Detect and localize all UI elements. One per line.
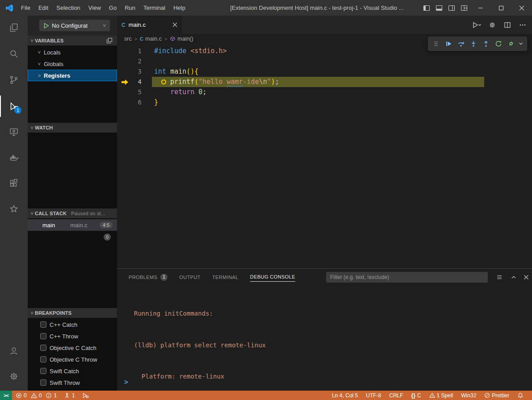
breakpoint-cpp-throw[interactable]: C++ Throw (28, 330, 117, 342)
menu-view[interactable]: View (84, 0, 105, 16)
docker-icon[interactable] (0, 147, 28, 168)
tab-label: DEBUG CONSOLE (250, 274, 295, 279)
explorer-icon[interactable] (0, 17, 28, 38)
menu-help[interactable]: Help (169, 0, 189, 16)
menu-run[interactable]: Run (121, 0, 139, 16)
breakpoint-cpp-catch[interactable]: C++ Catch (28, 319, 117, 330)
variables-item-globals[interactable]: Globals (28, 58, 117, 70)
platform-status[interactable]: Win32 (457, 391, 480, 400)
cursor-position-status[interactable]: Ln 4, Col 5 (328, 391, 362, 400)
toggle-secondary-sidebar-icon[interactable] (445, 0, 458, 16)
watch-body (28, 133, 117, 208)
breakpoint-swift-catch[interactable]: Swift Catch (28, 365, 117, 377)
code-line-4-current: 4 printf("hello wamr-ide\n"); (117, 77, 532, 87)
checkbox[interactable] (40, 321, 46, 328)
token: "hello (198, 78, 226, 86)
toggle-panel-icon[interactable] (433, 0, 445, 16)
eol-status[interactable]: CRLF (385, 391, 407, 400)
tab-terminal[interactable]: TERMINAL (212, 273, 239, 282)
problems-status[interactable]: 0 0 1 (12, 391, 60, 400)
token: " (267, 78, 271, 86)
split-editor-icon[interactable] (502, 19, 513, 31)
menu-go[interactable]: Go (105, 0, 121, 16)
token: ) (271, 78, 275, 86)
breadcrumb-file[interactable]: main.c (145, 36, 162, 42)
breadcrumb-src[interactable]: src (124, 36, 132, 42)
token: -ide (243, 78, 259, 86)
tab-main-c[interactable]: C main.c (117, 16, 182, 34)
close-panel-icon[interactable] (521, 272, 531, 282)
debug-console-output[interactable]: Running initCommands: (lldb) platform se… (134, 288, 525, 400)
spell-label: 1 Spell (437, 392, 453, 399)
call-stack-section-header[interactable]: CALL STACK Paused on st... (28, 208, 117, 218)
menu-bar: File Edit Selection View Go Run Terminal… (17, 0, 189, 16)
maximize-panel-icon[interactable] (509, 272, 519, 282)
variables-item-registers[interactable]: Registers (28, 70, 117, 81)
panel-menu-icon[interactable] (494, 272, 504, 282)
run-file-dropdown-icon[interactable] (471, 19, 483, 31)
checkbox[interactable] (40, 333, 46, 339)
star-extension-icon[interactable] (0, 198, 28, 220)
chevron-down-icon (29, 125, 35, 130)
checkbox[interactable] (40, 356, 46, 362)
toggle-sidebar-icon[interactable] (420, 0, 433, 16)
breakpoint-objc-throw[interactable]: Objective C Throw (28, 354, 117, 365)
problems-count-badge: 1 (160, 274, 168, 281)
breakpoint-objc-catch[interactable]: Objective C Catch (28, 342, 117, 354)
variables-panes-icon[interactable] (106, 38, 113, 44)
chevron-right-icon (37, 73, 42, 78)
menu-file[interactable]: File (17, 0, 34, 16)
customize-layout-icon[interactable] (458, 0, 470, 16)
code-editor[interactable]: 1 #include <stdio.h> 2 3 int main(){ 4 p… (117, 44, 532, 268)
line-number: 1 (117, 46, 142, 56)
remote-indicator[interactable]: >< (0, 391, 12, 400)
notifications-bell-icon[interactable] (513, 391, 528, 400)
debug-configuration-dropdown[interactable]: No Configurat (39, 20, 110, 31)
editor-settings-gear-icon[interactable] (486, 19, 498, 31)
search-icon[interactable] (0, 43, 28, 65)
stack-frame-position-badge: 4:5 (100, 222, 113, 228)
checkbox[interactable] (40, 379, 46, 386)
forwarded-ports-status[interactable]: 1 (60, 391, 79, 400)
menu-selection[interactable]: Selection (52, 0, 84, 16)
accounts-icon[interactable] (0, 340, 28, 362)
tab-output[interactable]: OUTPUT (179, 273, 201, 282)
spell-checker-status[interactable]: 1 Spell (425, 391, 457, 400)
breakpoint-swift-throw[interactable]: Swift Throw (28, 377, 117, 388)
debug-console-filter-input[interactable] (326, 272, 488, 283)
inline-breakpoint-icon[interactable] (161, 79, 166, 84)
more-actions-icon[interactable] (517, 19, 528, 31)
extensions-icon[interactable] (0, 172, 28, 194)
checkbox[interactable] (40, 368, 46, 374)
formatter-status[interactable]: Prettier (480, 391, 513, 400)
breakpoints-section-header[interactable]: BREAKPOINTS (28, 308, 117, 318)
maximize-button[interactable] (491, 0, 511, 16)
tab-problems[interactable]: PROBLEMS 1 (129, 272, 168, 283)
minimize-button[interactable] (470, 0, 491, 16)
menu-edit[interactable]: Edit (34, 0, 52, 16)
source-control-icon[interactable] (0, 69, 28, 91)
tab-close-icon[interactable] (172, 22, 177, 27)
menu-terminal[interactable]: Terminal (139, 0, 169, 16)
stack-frame-row[interactable]: main main.c 4:5 (28, 219, 117, 231)
settings-gear-icon[interactable] (0, 366, 28, 387)
variables-item-locals[interactable]: Locals (28, 46, 117, 58)
remote-explorer-icon[interactable] (0, 121, 28, 143)
encoding-status[interactable]: UTF-8 (362, 391, 385, 400)
variables-tree: Locals Globals Registers (28, 46, 117, 123)
window-title: [Extension Development Host] main.c - te… (214, 0, 419, 16)
run-debug-icon[interactable] (0, 96, 28, 117)
start-debug-icon[interactable] (43, 23, 49, 29)
editor-group: C main.c (117, 16, 532, 268)
watch-section-header[interactable]: WATCH (28, 123, 117, 133)
close-window-button[interactable] (511, 0, 532, 16)
tab-debug-console[interactable]: DEBUG CONSOLE (250, 272, 295, 282)
debug-status[interactable] (79, 391, 92, 400)
code-line-1: 1 #include <stdio.h> (117, 46, 532, 56)
breadcrumb-symbol[interactable]: main() (177, 36, 193, 42)
console-input-chevron-icon[interactable] (124, 378, 128, 386)
language-mode-status[interactable]: {} C (407, 391, 425, 400)
vscode-window: File Edit Selection View Go Run Terminal… (0, 0, 532, 400)
checkbox[interactable] (40, 345, 46, 351)
variables-section-header[interactable]: VARIABLES (28, 36, 117, 46)
